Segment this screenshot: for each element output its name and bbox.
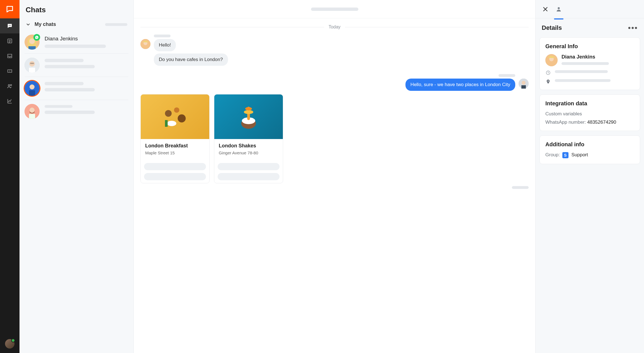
ticket-icon bbox=[7, 68, 13, 74]
card-carousel: London Breakfast Maple Street 15 London … bbox=[140, 94, 529, 183]
chevron-down-icon bbox=[26, 22, 31, 27]
svg-point-38 bbox=[558, 7, 560, 9]
timestamp-skeleton bbox=[512, 186, 529, 189]
card-action-skeleton bbox=[144, 173, 206, 180]
avatar bbox=[25, 104, 40, 119]
svg-rect-27 bbox=[521, 85, 526, 89]
chat-row[interactable] bbox=[20, 77, 133, 100]
tab-visitor[interactable] bbox=[555, 5, 563, 13]
message-incoming: Hello! Do you have cafes in London? bbox=[140, 39, 529, 66]
details-panel: Details ••• General Info Diana Jenkins I… bbox=[535, 0, 644, 353]
nav-tickets[interactable] bbox=[0, 64, 20, 79]
conv-title-skeleton bbox=[311, 8, 358, 11]
custom-variables-label: Custom variables bbox=[545, 111, 634, 117]
clock-icon bbox=[546, 70, 551, 75]
card-action-skeleton bbox=[218, 163, 280, 170]
nav-reports[interactable] bbox=[0, 94, 20, 109]
chat-name: Diana Jenkins bbox=[45, 36, 128, 42]
chat-name-skeleton bbox=[45, 82, 84, 85]
message-bubble: Hello, sure - we have two places in Lond… bbox=[405, 79, 515, 91]
svg-rect-16 bbox=[29, 68, 35, 73]
additional-info-card: Additional info Group: S Support bbox=[539, 135, 640, 164]
svg-point-30 bbox=[178, 115, 186, 123]
visitor-avatar bbox=[545, 54, 558, 66]
visitor-email-skeleton bbox=[562, 62, 609, 65]
integration-data-card: Integration data Custom variables WhatsA… bbox=[539, 94, 640, 131]
card-action-skeleton bbox=[144, 163, 206, 170]
agent-avatar bbox=[519, 79, 529, 89]
nav-list[interactable] bbox=[0, 33, 20, 48]
section-title: My chats bbox=[35, 21, 56, 27]
chat-preview-skeleton bbox=[45, 88, 95, 91]
conversation-header bbox=[134, 0, 535, 18]
chat-preview-skeleton bbox=[45, 45, 106, 48]
chart-icon bbox=[7, 98, 13, 104]
inbox-icon bbox=[7, 53, 13, 59]
place-card[interactable]: London Shakes Ginger Avenue 78-80 bbox=[214, 94, 283, 183]
chat-row[interactable]: Diana Jenkins bbox=[20, 31, 133, 53]
card-heading: General Info bbox=[545, 43, 634, 50]
message-bubble: Do you have cafes in London? bbox=[154, 53, 228, 66]
general-info-card: General Info Diana Jenkins bbox=[539, 37, 640, 90]
svg-point-31 bbox=[167, 121, 176, 126]
chat-bubble-logo-icon bbox=[6, 5, 14, 13]
card-title: London Breakfast bbox=[145, 143, 205, 149]
card-subtitle: Ginger Avenue 78-80 bbox=[219, 150, 278, 155]
svg-point-36 bbox=[244, 110, 253, 114]
message-outgoing: Hello, sure - we have two places in Lond… bbox=[140, 79, 529, 91]
svg-rect-32 bbox=[165, 120, 168, 127]
chat-name-skeleton bbox=[45, 59, 84, 62]
chat-row[interactable] bbox=[20, 54, 133, 77]
close-details-button[interactable] bbox=[541, 5, 550, 13]
app-logo bbox=[0, 0, 20, 18]
sender-avatar bbox=[140, 39, 150, 49]
timestamp-skeleton bbox=[154, 35, 171, 37]
nav-rail bbox=[0, 0, 20, 353]
timestamp-skeleton bbox=[499, 74, 515, 77]
whatsapp-number-row: WhatsApp number: 48352674290 bbox=[545, 120, 634, 125]
conversation-panel: Today Hello! Do you have cafes in London… bbox=[134, 0, 535, 353]
svg-point-9 bbox=[10, 84, 12, 86]
svg-rect-15 bbox=[30, 63, 34, 64]
card-title: London Shakes bbox=[219, 143, 278, 149]
nav-team[interactable] bbox=[0, 79, 20, 94]
nav-inbox[interactable] bbox=[0, 48, 20, 64]
svg-rect-22 bbox=[29, 114, 35, 119]
section-count-skeleton bbox=[105, 23, 127, 26]
card-image bbox=[141, 94, 209, 139]
page-title: Chats bbox=[20, 0, 133, 18]
details-header: Details ••• bbox=[536, 18, 644, 37]
card-image bbox=[214, 94, 283, 139]
avatar bbox=[25, 81, 40, 96]
person-icon bbox=[556, 6, 562, 12]
chat-row[interactable] bbox=[20, 100, 133, 123]
place-card[interactable]: London Breakfast Maple Street 15 bbox=[140, 94, 210, 183]
current-user-avatar[interactable] bbox=[5, 339, 14, 349]
time-skeleton bbox=[555, 70, 608, 73]
svg-point-42 bbox=[548, 81, 549, 82]
svg-point-28 bbox=[165, 110, 172, 117]
card-subtitle: Maple Street 15 bbox=[145, 150, 205, 155]
svg-point-21 bbox=[30, 108, 35, 113]
section-toggle-my-chats[interactable]: My chats bbox=[20, 18, 133, 31]
location-icon bbox=[546, 79, 551, 84]
conversation-body: Today Hello! Do you have cafes in London… bbox=[134, 18, 535, 353]
svg-point-29 bbox=[174, 107, 179, 113]
svg-point-8 bbox=[8, 85, 10, 86]
nav-chats[interactable] bbox=[0, 18, 20, 33]
svg-rect-19 bbox=[29, 90, 35, 96]
svg-point-18 bbox=[30, 84, 35, 89]
list-icon bbox=[7, 38, 13, 44]
chat-icon bbox=[7, 23, 13, 29]
card-heading: Additional info bbox=[545, 141, 634, 148]
group-row: Group: S Support bbox=[545, 152, 634, 158]
close-icon bbox=[542, 6, 548, 12]
chat-preview-skeleton bbox=[45, 111, 95, 114]
visitor-name: Diana Jenkins bbox=[562, 54, 634, 60]
svg-point-26 bbox=[522, 81, 526, 85]
avatar bbox=[25, 58, 40, 73]
chat-preview-skeleton bbox=[45, 65, 95, 68]
more-menu-button[interactable]: ••• bbox=[628, 23, 638, 32]
svg-point-0 bbox=[9, 25, 9, 26]
card-action-skeleton bbox=[218, 173, 280, 180]
